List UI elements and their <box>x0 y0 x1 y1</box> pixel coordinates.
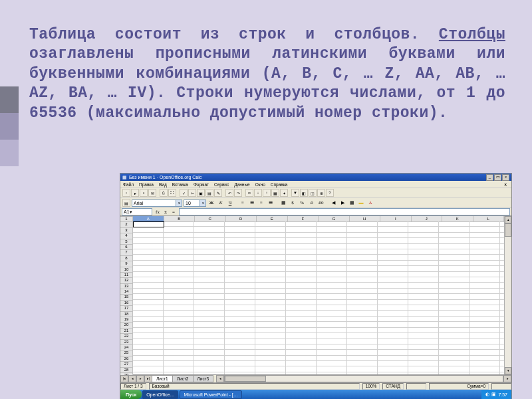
scroll-left-icon[interactable]: ◂ <box>216 375 224 382</box>
link-icon[interactable]: ∞ <box>245 189 253 197</box>
row-header[interactable]: 21 <box>120 329 133 334</box>
tab-prev-icon[interactable]: ◂ <box>128 375 136 382</box>
row-header[interactable]: 14 <box>120 289 133 295</box>
align-right-icon[interactable]: ≡ <box>257 199 265 207</box>
bold-button[interactable]: Ж <box>207 199 215 207</box>
indent-dec-icon[interactable]: ◀ <box>329 199 337 207</box>
tab-next-icon[interactable]: ▸ <box>136 375 144 382</box>
align-left-icon[interactable]: ≡ <box>239 199 247 207</box>
name-box[interactable]: A1 ▾ <box>122 208 152 215</box>
scroll-up-icon[interactable]: ▴ <box>505 216 511 223</box>
row-header[interactable]: 22 <box>120 334 133 339</box>
minimize-button[interactable]: _ <box>486 174 493 181</box>
row-header[interactable]: 5 <box>120 239 133 245</box>
formula-input[interactable] <box>179 208 510 215</box>
fontcolor-icon[interactable]: A <box>366 199 374 207</box>
row-header[interactable]: 23 <box>120 340 133 345</box>
active-cell[interactable] <box>133 221 164 227</box>
copy-icon[interactable]: ▣ <box>197 189 205 197</box>
system-tray[interactable]: ◐ ▣ 7:57 <box>481 390 511 399</box>
row-header[interactable]: 2 <box>120 222 133 227</box>
row-header[interactable]: 25 <box>120 350 133 356</box>
menu-tools[interactable]: Сервис <box>214 182 229 187</box>
scroll-thumb[interactable] <box>505 223 511 237</box>
spell-icon[interactable]: ✓ <box>180 189 188 197</box>
chart-icon[interactable]: ▦ <box>271 189 279 197</box>
datasource-icon[interactable]: ◫ <box>309 189 317 197</box>
menu-insert[interactable]: Вставка <box>172 182 188 187</box>
sheet-tab-3[interactable]: Лист3 <box>193 375 214 382</box>
row-header[interactable]: 6 <box>120 245 133 250</box>
row-header[interactable]: 26 <box>120 356 133 362</box>
brush-icon[interactable]: ✎ <box>214 189 222 197</box>
nav-icon[interactable]: ✦ <box>280 189 288 197</box>
row-header[interactable]: 18 <box>120 312 133 317</box>
font-size-combo[interactable]: 10 ▾ <box>184 200 206 207</box>
row-header[interactable]: 13 <box>120 284 133 289</box>
hscroll-thumb[interactable] <box>225 376 266 382</box>
row-header[interactable]: 28 <box>120 368 133 373</box>
menu-window[interactable]: Окно <box>255 182 265 187</box>
close-button[interactable]: × <box>502 174 509 181</box>
font-name-combo[interactable]: Arial ▾ <box>132 200 182 207</box>
cells-area[interactable] <box>133 221 504 374</box>
sort-asc-icon[interactable]: ↓ <box>254 189 262 197</box>
open-icon[interactable]: ▸ <box>131 189 139 197</box>
row-header[interactable]: 4 <box>120 233 133 239</box>
sum-icon[interactable]: Σ <box>162 208 170 216</box>
vertical-scrollbar[interactable]: ▴ ▾ <box>504 216 511 374</box>
menu-file[interactable]: Файл <box>123 182 134 187</box>
row-header[interactable]: 27 <box>120 362 133 367</box>
sort-desc-icon[interactable]: ↑ <box>263 189 271 197</box>
menu-help[interactable]: Справка <box>271 182 288 187</box>
indent-inc-icon[interactable]: ▶ <box>338 199 346 207</box>
borders-icon[interactable]: ▦ <box>348 199 356 207</box>
help-icon[interactable]: ? <box>326 189 334 197</box>
row-header[interactable]: 12 <box>120 278 133 283</box>
scroll-right-icon[interactable]: ▸ <box>503 375 511 382</box>
row-header[interactable]: 9 <box>120 261 133 267</box>
row-header[interactable]: 8 <box>120 256 133 261</box>
preview-icon[interactable]: ⛶ <box>168 189 176 197</box>
sheet-tab-1[interactable]: Лист1 <box>152 375 173 382</box>
maximize-button[interactable]: ▭ <box>494 174 501 181</box>
menu-view[interactable]: Вид <box>159 182 167 187</box>
percent-icon[interactable]: % <box>298 199 306 207</box>
menu-format[interactable]: Формат <box>194 182 209 187</box>
row-header[interactable]: 1 <box>120 217 133 222</box>
paste-icon[interactable]: ▤ <box>205 189 213 197</box>
print-icon[interactable]: ⎙ <box>160 189 168 197</box>
save-icon[interactable]: ▪ <box>140 189 148 197</box>
styles-icon[interactable]: ▤ <box>122 199 130 207</box>
redo-icon[interactable]: ↷ <box>234 189 242 197</box>
new-icon[interactable]: ▫ <box>122 189 130 197</box>
taskbar-item-powerpoint[interactable]: Microsoft PowerPoint - [… <box>180 390 241 399</box>
sheet-tab-2[interactable]: Лист2 <box>172 375 194 382</box>
row-header[interactable]: 7 <box>120 250 133 255</box>
row-header[interactable]: 17 <box>120 306 133 311</box>
row-header[interactable]: 10 <box>120 267 133 273</box>
align-center-icon[interactable]: ☰ <box>248 199 256 207</box>
tab-first-icon[interactable]: |◂ <box>120 375 128 382</box>
taskbar-item-openoffice[interactable]: OpenOffice… <box>142 390 178 399</box>
mail-icon[interactable]: ✉ <box>148 189 156 197</box>
underline-button[interactable]: Ч <box>226 199 234 207</box>
row-header[interactable]: 20 <box>120 323 133 328</box>
undo-icon[interactable]: ↶ <box>225 189 233 197</box>
filter-icon[interactable]: ▼ <box>291 189 299 197</box>
doc-close-button[interactable]: × <box>502 182 509 187</box>
merge-icon[interactable]: ▦ <box>279 199 287 207</box>
italic-button[interactable]: К <box>217 199 225 207</box>
row-header[interactable]: 3 <box>120 228 133 233</box>
scroll-down-icon[interactable]: ▾ <box>505 367 511 374</box>
row-header[interactable]: 15 <box>120 295 133 300</box>
fx-icon[interactable]: fx <box>154 208 162 216</box>
cut-icon[interactable]: ✂ <box>188 189 196 197</box>
menu-data[interactable]: Данные <box>234 182 249 187</box>
menu-edit[interactable]: Правка <box>139 182 154 187</box>
dec-inc-icon[interactable]: .0 <box>307 199 315 207</box>
start-button[interactable]: Пуск <box>120 390 142 399</box>
row-header[interactable]: 11 <box>120 273 133 278</box>
row-header[interactable]: 16 <box>120 301 133 306</box>
gallery-icon[interactable]: ◧ <box>300 189 308 197</box>
